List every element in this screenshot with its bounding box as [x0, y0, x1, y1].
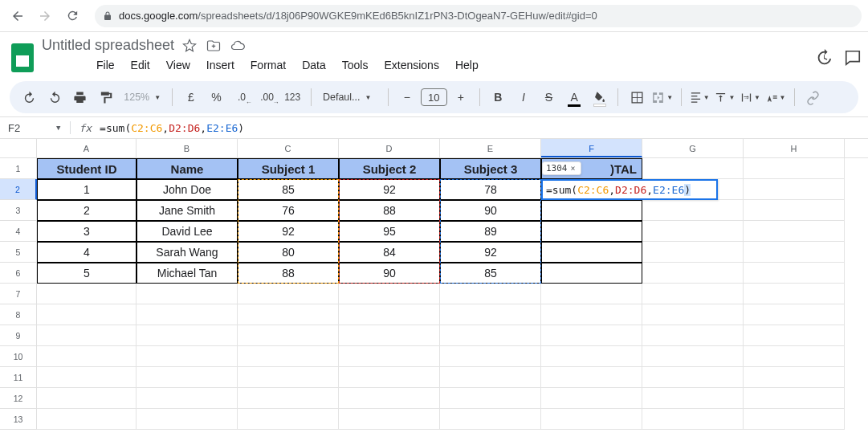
cell[interactable]: Name	[137, 158, 238, 179]
row-header[interactable]: 12	[0, 388, 37, 409]
cell[interactable]: 92	[339, 179, 440, 200]
cell[interactable]	[541, 284, 642, 304]
col-header-a[interactable]: A	[37, 139, 137, 157]
cell[interactable]	[744, 179, 845, 200]
cell[interactable]: Subject 2	[339, 158, 440, 179]
cell[interactable]: 92	[238, 221, 339, 242]
col-header-h[interactable]: H	[744, 139, 845, 157]
cell[interactable]	[541, 242, 642, 263]
cell[interactable]	[37, 284, 137, 304]
increase-decimal-button[interactable]: .00→	[255, 85, 279, 109]
cell[interactable]: 95	[339, 221, 440, 242]
row-header[interactable]: 13	[0, 409, 37, 430]
cell[interactable]	[440, 346, 541, 367]
cell[interactable]	[744, 304, 845, 325]
cell[interactable]: 92	[440, 242, 541, 263]
cell[interactable]: 85	[238, 179, 339, 200]
cell[interactable]	[440, 409, 541, 430]
cell[interactable]	[642, 263, 744, 284]
menu-edit[interactable]: Edit	[124, 55, 157, 75]
cell[interactable]	[744, 200, 845, 221]
cell[interactable]	[238, 304, 339, 325]
col-header-b[interactable]: B	[137, 139, 238, 157]
cell[interactable]	[137, 304, 238, 325]
cell[interactable]	[642, 242, 744, 263]
row-header[interactable]: 7	[0, 284, 37, 304]
cell[interactable]: Sarah Wang	[137, 242, 238, 263]
row-header[interactable]: 2	[0, 179, 37, 200]
cell[interactable]	[744, 158, 845, 179]
cell[interactable]: Subject 1	[238, 158, 339, 179]
decrease-decimal-button[interactable]: .0←	[230, 85, 254, 109]
doc-title[interactable]: Untitled spreadsheet	[42, 37, 174, 54]
reload-button[interactable]	[61, 5, 84, 27]
cell[interactable]	[642, 409, 744, 430]
zoom-select[interactable]: 125%▼	[119, 92, 165, 103]
cell[interactable]	[541, 304, 642, 325]
col-header-g[interactable]: G	[642, 139, 744, 157]
cell[interactable]	[642, 200, 744, 221]
menu-file[interactable]: File	[90, 55, 121, 75]
col-header-f[interactable]: F	[541, 139, 642, 157]
cell[interactable]	[541, 409, 642, 430]
cell[interactable]	[339, 367, 440, 388]
comment-icon[interactable]	[844, 49, 862, 67]
name-box-dropdown[interactable]: ▼	[56, 124, 60, 132]
cell[interactable]	[37, 388, 137, 409]
increase-fontsize-button[interactable]: +	[449, 85, 473, 109]
formula-input[interactable]: =sum(C2:C6,D2:D6,E2:E6)	[100, 122, 244, 134]
sheets-logo[interactable]	[11, 43, 34, 72]
col-header-d[interactable]: D	[339, 139, 440, 157]
cell[interactable]	[238, 325, 339, 346]
cell[interactable]: 84	[339, 242, 440, 263]
move-icon[interactable]	[206, 39, 221, 53]
redo-button[interactable]	[43, 85, 67, 109]
cell[interactable]	[642, 221, 744, 242]
fontsize-input[interactable]: 10	[421, 88, 448, 106]
italic-button[interactable]: I	[511, 85, 536, 109]
paint-format-button[interactable]	[94, 85, 118, 109]
row-header[interactable]: 4	[0, 221, 37, 242]
cell[interactable]	[37, 325, 137, 346]
cell[interactable]	[37, 346, 137, 367]
bold-button[interactable]: B	[487, 85, 511, 109]
cell[interactable]: 4	[37, 242, 137, 263]
row-header[interactable]: 9	[0, 325, 37, 346]
menu-insert[interactable]: Insert	[200, 55, 241, 75]
cell[interactable]	[37, 409, 137, 430]
borders-button[interactable]	[625, 85, 649, 109]
merge-button[interactable]: ▼	[650, 85, 674, 109]
back-button[interactable]	[6, 5, 29, 27]
cell[interactable]: 1	[37, 179, 137, 200]
link-button[interactable]	[801, 85, 825, 109]
cell[interactable]	[137, 388, 238, 409]
menu-view[interactable]: View	[160, 55, 197, 75]
cell[interactable]	[238, 388, 339, 409]
row-header[interactable]: 1	[0, 158, 37, 179]
cell[interactable]	[541, 200, 642, 221]
menu-data[interactable]: Data	[295, 55, 332, 75]
cell[interactable]	[541, 346, 642, 367]
cell[interactable]: 88	[339, 200, 440, 221]
spreadsheet-grid[interactable]: A B C D E F G H 1 2 3 4 5 6 7 8 9 10 11 …	[0, 139, 868, 430]
row-header[interactable]: 6	[0, 263, 37, 284]
cell[interactable]	[238, 346, 339, 367]
cell[interactable]	[744, 284, 845, 304]
cell[interactable]: John Doe	[137, 179, 238, 200]
cell[interactable]	[744, 263, 845, 284]
row-header[interactable]: 3	[0, 200, 37, 221]
cell[interactable]: 89	[440, 221, 541, 242]
row-header[interactable]: 8	[0, 304, 37, 325]
valign-button[interactable]: ▼	[713, 85, 737, 109]
cell[interactable]: 80	[238, 242, 339, 263]
cell[interactable]	[339, 304, 440, 325]
cell[interactable]	[37, 304, 137, 325]
col-header-e[interactable]: E	[440, 139, 541, 157]
cell[interactable]	[339, 409, 440, 430]
menu-extensions[interactable]: Extensions	[377, 55, 445, 75]
col-header-c[interactable]: C	[238, 139, 339, 157]
cell[interactable]	[642, 388, 744, 409]
cell[interactable]: David Lee	[137, 221, 238, 242]
cell[interactable]: Student ID	[37, 158, 137, 179]
wrap-button[interactable]: ▼	[739, 85, 763, 109]
